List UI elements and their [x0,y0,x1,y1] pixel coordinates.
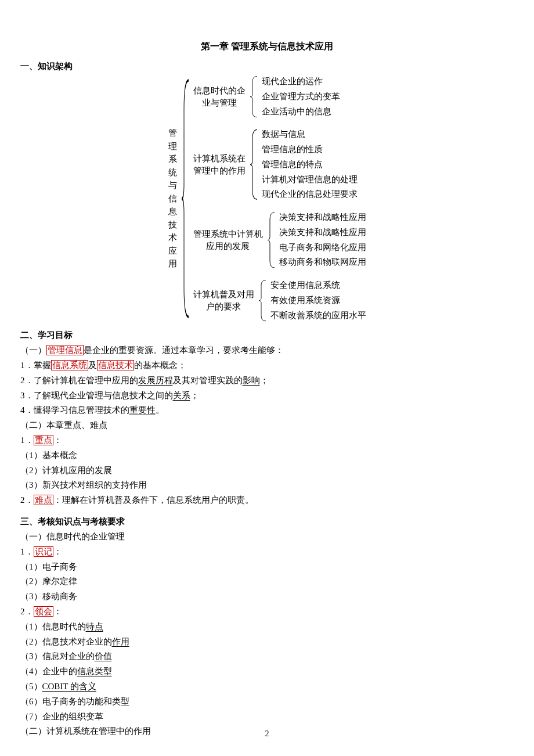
text-line: 1．识记： [20,545,514,560]
brace-icon [249,128,259,201]
tree-leaf: 不断改善系统的应用水平 [270,309,366,322]
text-line: （3）信息对企业的价值 [20,649,514,664]
text-line: 4．懂得学习信息管理技术的重要性。 [20,403,514,418]
tree-leaf: 安全使用信息系统 [270,279,366,292]
emphasis-box: 信息技术 [97,360,134,370]
text-line: （6）电子商务的功能和类型 [20,694,514,710]
section-3-heading: 三、考核知识点与考核要求 [20,516,514,527]
text-line: （二）本章重点、难点 [20,418,514,433]
branch-label: 信息时代的企业与管理 [193,85,246,109]
text-line: （一）信息时代的企业管理 [20,530,514,545]
emphasis-box: 重点 [34,435,53,445]
text-line: （2）摩尔定律 [20,574,514,589]
tree-leaf: 有效使用系统资源 [270,294,366,307]
text-line: （3）新兴技术对组织的支持作用 [20,478,514,493]
text-line: 1．掌握信息系统及信息技术的基本概念； [20,358,514,373]
emphasis-box: 领会 [34,606,53,617]
tree-leaf: 数据与信息 [262,128,358,141]
text-line: （3）移动商务 [20,589,514,604]
text-line: 2．了解计算机在管理中应用的发展历程及其对管理实践的影响； [20,373,514,388]
tree-leaf: 管理信息的特点 [262,159,358,171]
section-2-heading: 二、学习目标 [20,330,514,341]
section-1-heading: 一、知识架构 [20,61,514,72]
tree-leaf: 移动商务和物联网应用 [279,256,366,269]
brace-icon [266,211,277,269]
text-line: 3．了解现代企业管理与信息技术之间的关系； [20,388,514,404]
emphasis-box: 识记 [34,546,53,557]
emphasis-box: 管理信息 [46,345,84,355]
knowledge-tree: 管理系统与信息技术应用 信息时代的企业与管理 现代企业的运作 企业管理方式的变革… [20,75,514,322]
branch-label: 管理系统中计算机应用的发展 [193,228,263,253]
text-line: （5）COBIT 的含义 [20,679,514,694]
tree-leaf: 企业活动中的信息 [262,106,340,118]
branch-label: 计算机普及对用户的要求 [193,289,254,313]
branch-label: 计算机系统在管理中的作用 [193,153,246,177]
text-line: （2）计算机应用的发展 [20,463,514,478]
tree-root-label: 管理系统与信息技术应用 [168,127,177,271]
text-line: （一）管理信息是企业的重要资源。通过本章学习，要求考生能够： [20,343,514,358]
tree-leaf: 计算机对管理信息的处理 [262,174,358,186]
text-line: 2．难点：理解在计算机普及条件下，信息系统用户的职责。 [20,493,514,508]
text-line: 2．领会： [20,604,514,620]
text-line: 1．重点： [20,433,514,448]
tree-leaf: 管理信息的性质 [262,143,358,156]
tree-leaf: 现代企业的信息处理要求 [262,188,358,201]
page-number: 2 [0,729,534,739]
text-line: （1）基本概念 [20,448,514,463]
tree-leaf: 企业管理方式的变革 [262,91,340,103]
brace-icon [181,75,191,322]
chapter-title: 第一章 管理系统与信息技术应用 [20,41,514,53]
tree-leaf: 决策支持和战略性应用 [279,226,366,239]
tree-leaf: 电子商务和网络化应用 [279,242,366,254]
tree-leaf: 现代企业的运作 [262,75,340,88]
text-line: （7）企业的组织变革 [20,710,514,725]
tree-leaf: 决策支持和战略性应用 [279,211,366,224]
brace-icon [249,75,259,118]
brace-icon [258,279,268,322]
emphasis-box: 难点 [34,495,53,505]
text-line: （2）信息技术对企业的作用 [20,635,514,650]
emphasis-box: 信息系统 [51,360,88,370]
text-line: （1）信息时代的特点 [20,620,514,635]
text-line: （1）电子商务 [20,560,514,575]
text-line: （4）企业中的信息类型 [20,664,514,679]
